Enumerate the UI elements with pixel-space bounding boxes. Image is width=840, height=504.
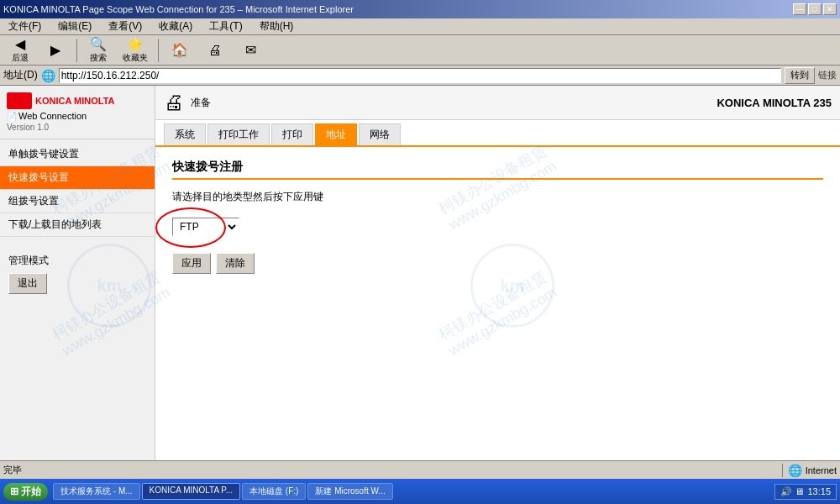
- back-icon: ◀: [15, 36, 25, 52]
- windows-icon: ⊞: [10, 486, 18, 497]
- go-button[interactable]: 转到: [785, 67, 815, 84]
- tab-network[interactable]: 网络: [359, 123, 401, 145]
- instruction-text: 请选择目的地类型然后按下应用键: [172, 190, 823, 204]
- printer-status: 准备: [191, 96, 211, 110]
- status-text: 完毕: [3, 464, 775, 476]
- taskbar-item-3[interactable]: 新建 Microsoft W...: [307, 483, 392, 500]
- home-button[interactable]: 🏠: [163, 39, 197, 60]
- print-button[interactable]: 🖨: [198, 40, 232, 60]
- printer-icon: 🖨: [164, 91, 184, 114]
- toolbar-separator-2: [158, 39, 159, 62]
- zone-label: Internet: [806, 465, 837, 475]
- sidebar-nav: 单触拨号键设置 快速拨号设置 组拨号设置 下载/上载目的地列表: [0, 143, 155, 237]
- taskbar-item-1[interactable]: KONICA MINOLTA P...: [142, 483, 240, 500]
- address-icon: 🌐: [41, 69, 55, 82]
- address-label: 地址(D): [3, 68, 38, 82]
- logout-button[interactable]: 退出: [8, 273, 47, 294]
- menu-tools[interactable]: 工具(T): [204, 18, 247, 35]
- action-row: 应用 清除: [172, 253, 823, 274]
- window-title: KONICA MINOLTA Page Scope Web Connection…: [3, 4, 354, 14]
- nav-single-touch[interactable]: 单触拨号键设置: [0, 143, 155, 166]
- apply-button[interactable]: 应用: [172, 253, 211, 274]
- tab-system[interactable]: 系统: [164, 123, 206, 145]
- content-body: 快速拨号注册 请选择目的地类型然后按下应用键 FTP SMB Email Fax…: [155, 147, 840, 286]
- mail-icon: ✉: [245, 42, 256, 58]
- address-bar: 地址(D) 🌐 转到 链接: [0, 66, 840, 86]
- forward-icon: ▶: [50, 42, 60, 58]
- content-area: 🖨 准备 KONICA MINOLTA 235 系统 打印工作 打印 地址 网络…: [155, 86, 840, 460]
- konica-minolta-logo: KONICA MINOLTA: [7, 92, 148, 109]
- status-bar: 完毕 🌐 Internet: [0, 460, 840, 479]
- links-label: 链接: [818, 69, 837, 81]
- print-icon: 🖨: [208, 43, 222, 58]
- menu-file[interactable]: 文件(F): [3, 18, 46, 35]
- mgmt-section: 管理模式 退出: [0, 245, 155, 302]
- title-bar-buttons: — □ ✕: [793, 3, 837, 15]
- internet-icon: 🌐: [788, 464, 802, 477]
- konica-icon: [7, 92, 32, 109]
- sidebar: KONICA MINOLTA 📄 Web Connection Version …: [0, 86, 155, 460]
- start-label: 开始: [21, 485, 41, 499]
- close-button[interactable]: ✕: [823, 3, 837, 15]
- content-header: 🖨 准备 KONICA MINOLTA 235: [155, 86, 840, 120]
- menu-edit[interactable]: 编辑(E): [53, 18, 97, 35]
- home-icon: 🏠: [171, 42, 188, 58]
- ftp-dropdown-wrapper: FTP SMB Email Fax: [172, 218, 239, 236]
- favorites-button[interactable]: ⭐ 收藏夹: [117, 34, 154, 66]
- taskbar-item-2[interactable]: 本地磁盘 (F:): [242, 483, 306, 500]
- ftp-type-select[interactable]: FTP SMB Email Fax: [172, 218, 239, 236]
- clear-button[interactable]: 清除: [216, 253, 255, 274]
- forward-button[interactable]: ▶: [39, 39, 72, 60]
- toolbar-separator: [76, 39, 77, 62]
- mail-button[interactable]: ✉: [234, 39, 267, 60]
- version-label: Version 1.0: [7, 123, 148, 132]
- start-button[interactable]: ⊞ 开始: [3, 483, 48, 501]
- main-area: KONICA MINOLTA 📄 Web Connection Version …: [0, 86, 840, 460]
- nav-quick-dial[interactable]: 快速拨号设置: [0, 166, 155, 190]
- svg-point-1: [18, 95, 29, 107]
- menu-view[interactable]: 查看(V): [103, 18, 147, 35]
- star-icon: ⭐: [127, 36, 144, 52]
- nav-download[interactable]: 下载/上载目的地列表: [0, 213, 155, 237]
- back-button[interactable]: ◀ 后退: [3, 34, 37, 66]
- menu-favorites[interactable]: 收藏(A): [154, 18, 197, 35]
- tab-print[interactable]: 打印: [271, 123, 313, 145]
- mgmt-title: 管理模式: [8, 254, 146, 268]
- web-connection-label: 📄 Web Connection: [7, 111, 148, 121]
- menu-help[interactable]: 帮助(H): [255, 18, 299, 35]
- nav-group-dial[interactable]: 组拨号设置: [0, 190, 155, 213]
- tray-icons: 🔊 🖥: [780, 486, 804, 497]
- taskbar-items: 技术服务系统 - M... KONICA MINOLTA P... 本地磁盘 (…: [53, 483, 773, 500]
- tabs-bar: 系统 打印工作 打印 地址 网络: [155, 120, 840, 147]
- tab-print-job[interactable]: 打印工作: [207, 123, 270, 145]
- web-connection-text: Web Connection: [18, 111, 87, 121]
- tab-address[interactable]: 地址: [315, 123, 357, 145]
- brand-name: KONICA MINOLTA: [35, 96, 115, 106]
- title-bar: KONICA MINOLTA Page Scope Web Connection…: [0, 0, 840, 18]
- address-input[interactable]: [59, 68, 781, 83]
- menu-bar: 文件(F) 编辑(E) 查看(V) 收藏(A) 工具(T) 帮助(H): [0, 18, 840, 35]
- printer-name: KONICA MINOLTA 235: [717, 97, 832, 109]
- search-icon: 🔍: [90, 36, 107, 52]
- sidebar-logo: KONICA MINOLTA 📄 Web Connection Version …: [0, 86, 155, 139]
- pagescope-icon: 📄: [7, 112, 17, 121]
- taskbar-tray: 🔊 🖥 13:15: [774, 484, 837, 500]
- taskbar: ⊞ 开始 技术服务系统 - M... KONICA MINOLTA P... 本…: [0, 479, 840, 504]
- search-button[interactable]: 🔍 搜索: [81, 34, 115, 66]
- status-zone: 🌐 Internet: [782, 464, 837, 477]
- toolbar: ◀ 后退 ▶ 🔍 搜索 ⭐ 收藏夹 🏠 🖨 ✉: [0, 35, 840, 66]
- ftp-select-row: FTP SMB Email Fax: [172, 218, 823, 236]
- taskbar-item-0[interactable]: 技术服务系统 - M...: [53, 483, 140, 500]
- minimize-button[interactable]: —: [793, 3, 806, 15]
- maximize-button[interactable]: □: [808, 3, 822, 15]
- section-title: 快速拨号注册: [172, 160, 823, 180]
- clock: 13:15: [807, 486, 831, 496]
